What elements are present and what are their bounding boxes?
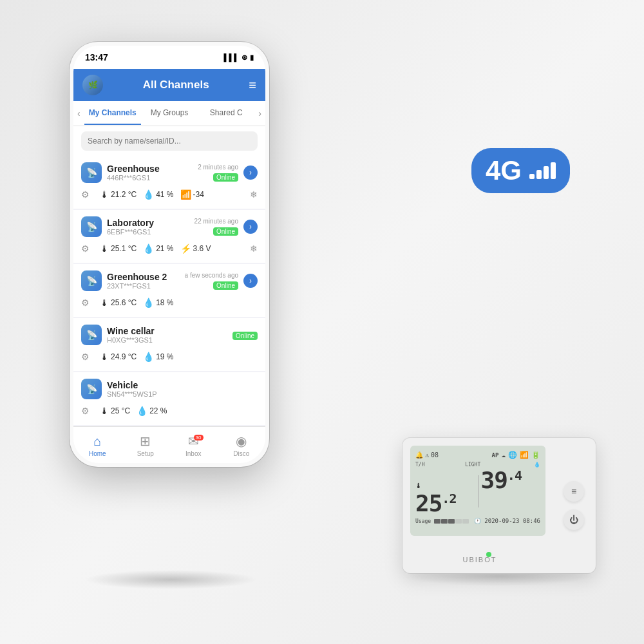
channel-status-laboratory: Online xyxy=(213,227,238,236)
setup-icon: ⊞ xyxy=(140,433,151,449)
status-bar: 13:47 ▌▌▌ ⊛ ▮ xyxy=(73,46,265,69)
channel-id-vehicle: SN54***5WS1P xyxy=(107,390,258,398)
channel-right-greenhouse: 2 minutes ago Online xyxy=(198,164,238,182)
menu-icon[interactable]: ≡ xyxy=(249,78,256,93)
battery-icon: ▮ xyxy=(250,53,254,62)
sensor-temp-greenhouse2: 🌡 25.6 °C xyxy=(100,298,137,308)
signal-bar-4 xyxy=(551,162,556,179)
th-label: T/H xyxy=(415,462,424,468)
sensor-wifi-greenhouse: 📶 -34 xyxy=(180,189,204,200)
channel-arrow-laboratory[interactable]: › xyxy=(243,220,258,234)
screen-divider xyxy=(478,475,478,507)
power-button[interactable]: ⏻ xyxy=(564,509,584,530)
gear-icon-winecellar[interactable]: ⚙ xyxy=(81,352,90,362)
cloud-icon: ☁ xyxy=(501,451,506,459)
humidity-reading: 39.4 xyxy=(481,469,541,492)
nav-setup-label: Setup xyxy=(137,450,154,457)
inbox-badge: 30 xyxy=(194,435,204,440)
device-brand: UBIBOT xyxy=(402,556,557,564)
channel-status-greenhouse: Online xyxy=(213,173,238,182)
channel-right-laboratory: 22 minutes ago Online xyxy=(194,218,238,236)
channel-arrow-greenhouse[interactable]: › xyxy=(243,166,258,180)
channel-card-greenhouse2[interactable]: 📡 Greenhouse 2 23XT***FGS1 a few seconds… xyxy=(73,264,265,317)
phone-shadow xyxy=(84,570,258,589)
tab-my-groups[interactable]: My Groups xyxy=(141,102,198,125)
sensor-temp-greenhouse: 🌡 21.2 °C xyxy=(100,189,137,200)
nav-home[interactable]: ⌂ Home xyxy=(73,434,122,457)
channel-icon-greenhouse2: 📡 xyxy=(81,270,102,291)
channel-info-greenhouse2: Greenhouse 2 23XT***FGS1 xyxy=(107,272,185,290)
nav-setup[interactable]: ⊞ Setup xyxy=(122,433,170,457)
channel-id-greenhouse: 446R***6GS1 xyxy=(107,174,198,182)
ubibot-device: 🔔 ⚠ 08 AP ☁ 🌐 📶 🔋 T/H LIGHT 💧 xyxy=(402,438,596,573)
channel-card-laboratory[interactable]: 📡 Laboratory 6EBF***6GS1 22 minutes ago … xyxy=(73,210,265,263)
channel-status-winecellar: Online xyxy=(232,332,258,340)
tab-shared[interactable]: Shared C xyxy=(198,102,254,125)
channel-card-greenhouse[interactable]: 📡 Greenhouse 446R***6GS1 2 minutes ago O… xyxy=(73,156,265,209)
channel-name-greenhouse2: Greenhouse 2 xyxy=(107,272,185,282)
status-icons: ▌▌▌ ⊛ ▮ xyxy=(224,53,254,62)
search-input[interactable] xyxy=(81,131,258,151)
channel-name-laboratory: Laboratory xyxy=(107,218,194,228)
device-readings: 🌡 25.2 39.4 xyxy=(415,469,540,515)
gear-icon-greenhouse2[interactable]: ⚙ xyxy=(81,298,90,308)
battery-screen-icon: 🔋 xyxy=(531,451,540,459)
light-label: LIGHT xyxy=(465,462,480,468)
channel-info-laboratory: Laboratory 6EBF***6GS1 xyxy=(107,218,194,236)
signal-bar-1 xyxy=(529,174,535,179)
screen-left-icons: 🔔 ⚠ 08 xyxy=(415,451,439,459)
screen-bottom: Usage 🕐 2020-09-23 08:46 xyxy=(415,518,540,524)
battery-usage: Usage xyxy=(415,518,469,524)
channel-icon-vehicle: 📡 xyxy=(81,379,102,399)
phone-inner: 13:47 ▌▌▌ ⊛ ▮ 🌿 All Channels ≡ ‹ My Chan… xyxy=(73,46,265,463)
usage-label: Usage xyxy=(415,518,431,524)
sensor-humidity-winecellar: 💧 19 % xyxy=(143,352,173,362)
wifi-icon: ⊛ xyxy=(242,53,247,62)
warning-icon: ⚠ xyxy=(425,451,429,459)
device-controls: ≡ ⏻ xyxy=(564,438,589,573)
sensor-humidity-laboratory: 💧 21 % xyxy=(143,243,173,254)
sensor-humidity-greenhouse2: 💧 18 % xyxy=(143,298,173,308)
channel-card-vehicle[interactable]: 📡 Vehicle SN54***5WS1P ⚙ 🌡 25 °C xyxy=(73,372,265,425)
nav-inbox[interactable]: 30 ✉ Inbox xyxy=(169,433,218,457)
channel-arrow-greenhouse2[interactable]: › xyxy=(243,274,258,288)
sensor-temp-vehicle: 🌡 25 °C xyxy=(100,406,130,416)
ap-label: AP xyxy=(492,452,499,459)
tabs: ‹ My Channels My Groups Shared C › xyxy=(73,101,265,126)
gear-icon-greenhouse[interactable]: ⚙ xyxy=(81,189,90,200)
bell-icon: 🔔 xyxy=(415,451,423,459)
header-title: All Channels xyxy=(143,79,209,91)
settings-button[interactable]: ≡ xyxy=(564,481,584,502)
tab-my-channels[interactable]: My Channels xyxy=(84,102,141,125)
app-header: 🌿 All Channels ≡ xyxy=(73,69,265,101)
channel-id-greenhouse2: 23XT***FGS1 xyxy=(107,282,185,290)
channel-sensors-greenhouse2: ⚙ 🌡 25.6 °C 💧 18 % xyxy=(81,295,258,310)
seg1 xyxy=(434,519,440,524)
channel-icon-laboratory: 📡 xyxy=(81,216,102,237)
screen-alert-count: 08 xyxy=(431,451,439,459)
tab-left-arrow[interactable]: ‹ xyxy=(73,101,84,126)
channel-time-laboratory: 22 minutes ago xyxy=(194,218,238,225)
seg4 xyxy=(455,519,462,524)
temperature-reading: 🌡 25.2 xyxy=(415,469,475,515)
channel-sensors-laboratory: ⚙ 🌡 25.1 °C 💧 21 % ⚡ 3.6 V xyxy=(81,241,258,256)
channel-right-winecellar: Online xyxy=(232,329,258,341)
phone: 13:47 ▌▌▌ ⊛ ▮ 🌿 All Channels ≡ ‹ My Chan… xyxy=(70,42,269,467)
signal-bar-2 xyxy=(536,170,542,179)
channel-right-greenhouse2: a few seconds ago Online xyxy=(185,272,238,290)
seg2 xyxy=(441,519,448,524)
channel-card-winecellar[interactable]: 📡 Wine cellar H0XG***3GS1 Online ⚙ 🌡 xyxy=(73,318,265,371)
avatar[interactable]: 🌿 xyxy=(82,75,103,95)
sensor-humidity-vehicle: 💧 22 % xyxy=(137,406,167,416)
bottom-nav: ⌂ Home ⊞ Setup 30 ✉ Inbox ◉ Disco xyxy=(73,426,265,463)
signal-icon: ▌▌▌ xyxy=(224,53,239,61)
tab-right-arrow[interactable]: › xyxy=(254,101,265,126)
nav-discover[interactable]: ◉ Disco xyxy=(218,433,266,457)
channel-status-greenhouse2: Online xyxy=(213,281,238,290)
channel-name-vehicle: Vehicle xyxy=(107,380,258,390)
gear-icon-vehicle[interactable]: ⚙ xyxy=(81,406,90,416)
channel-icon-winecellar: 📡 xyxy=(81,325,102,345)
gear-icon-laboratory[interactable]: ⚙ xyxy=(81,243,90,254)
channels-list: 📡 Greenhouse 446R***6GS1 2 minutes ago O… xyxy=(73,156,265,426)
channel-id-winecellar: H0XG***3GS1 xyxy=(107,336,232,344)
